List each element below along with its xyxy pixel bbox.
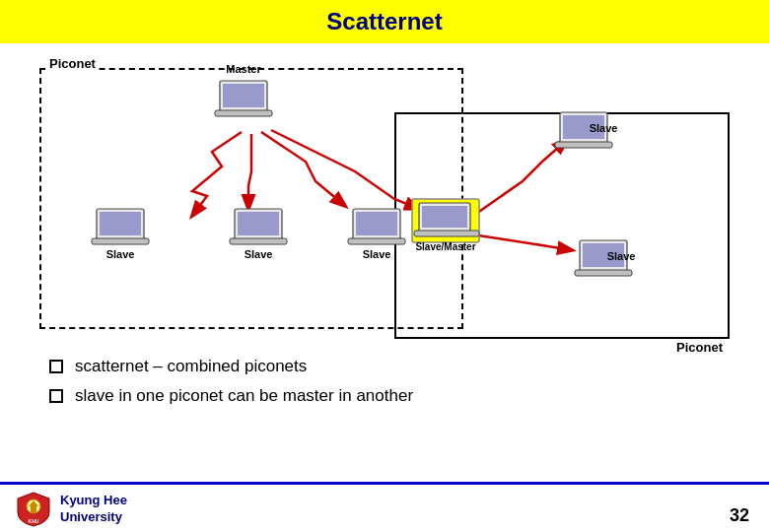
piconet-right-box: Piconet <box>394 112 730 339</box>
bullet-item-2: slave in one piconet can be master in an… <box>49 386 413 406</box>
slide-title: Scatternet <box>326 8 442 34</box>
piconet-left-label: Piconet <box>46 56 99 71</box>
footer-line <box>0 482 769 485</box>
footer: KHU Kyung Hee University 32 <box>0 487 769 532</box>
slide: Scatternet Piconet Piconet <box>0 0 769 532</box>
university-line2: University <box>60 509 127 526</box>
university-name: Kyung Hee University <box>60 493 127 526</box>
content-area: Piconet Piconet <box>0 43 769 426</box>
svg-text:KHU: KHU <box>29 518 39 524</box>
page-number: 32 <box>730 505 749 526</box>
bullets-section: scatternet – combined piconets slave in … <box>39 357 413 416</box>
bullet-item-1: scatternet – combined piconets <box>49 357 413 376</box>
title-bar: Scatternet <box>0 0 769 43</box>
bullet-text-1: scatternet – combined piconets <box>75 357 307 376</box>
bullet-icon-2 <box>49 389 63 403</box>
piconet-right-label: Piconet <box>676 340 723 355</box>
bullet-text-2: slave in one piconet can be master in an… <box>75 386 413 406</box>
university-line1: Kyung Hee <box>60 493 127 509</box>
bullet-icon-1 <box>49 360 63 373</box>
diagram-container: Piconet Piconet <box>39 53 730 349</box>
university-logo: KHU <box>15 491 52 528</box>
